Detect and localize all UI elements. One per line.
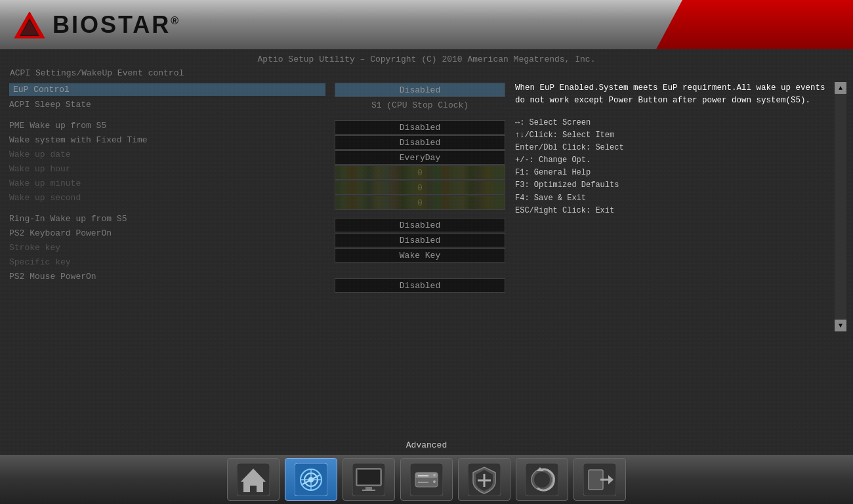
setting-row-wake-hour: Wake up hour <box>7 161 328 176</box>
setting-row-specific-key: Specific key <box>7 255 328 269</box>
nav-icon-advanced[interactable] <box>285 458 337 501</box>
header-red-bar <box>656 0 853 49</box>
help-eup-description: When EuP Enabled.System meets EuP requir… <box>515 83 825 105</box>
label-stroke-key: Stroke key <box>9 243 325 253</box>
svg-rect-22 <box>418 482 428 483</box>
help-panel: ▲ ▼ When EuP Enabled.System meets EuP re… <box>505 82 846 423</box>
content-area: EuP Control ACPI Sleep State PME Wake up… <box>0 82 853 423</box>
title-bar: Aptio Setup Utility – Copyright (C) 2010… <box>0 49 853 67</box>
settings-list: EuP Control ACPI Sleep State PME Wake up… <box>7 82 335 423</box>
label-wake-second: Wake up second <box>9 193 325 203</box>
svg-rect-21 <box>418 475 428 476</box>
label-eup-control: EuP Control <box>9 83 325 96</box>
value-ring-wake[interactable]: Disabled <box>335 218 505 232</box>
value-ps2-kb-text: Disabled <box>400 236 440 245</box>
setting-row-wake-fixed-time[interactable]: Wake system with Fixed Time <box>7 133 328 147</box>
value-wake-date[interactable]: EveryDay <box>335 150 505 165</box>
nav-icon-monitor[interactable] <box>343 458 395 501</box>
key-help-f4: F4: Save & Exit <box>515 192 846 205</box>
value-wake-hour[interactable]: 0 <box>335 165 505 180</box>
logo-brand: BIOSTAR <box>52 11 171 38</box>
setting-row-wake-minute: Wake up minute <box>7 176 328 190</box>
value-eup-control[interactable]: Disabled <box>335 83 505 97</box>
value-specific-key <box>335 263 505 278</box>
biostar-logo-icon <box>13 9 46 41</box>
value-acpi-sleep[interactable]: S1 (CPU Stop Clock) <box>335 98 505 112</box>
label-ring-wake: Ring-In Wake up from S5 <box>9 214 325 224</box>
value-wake-minute-text: 0 <box>417 183 423 193</box>
setting-row-acpi-sleep[interactable]: ACPI Sleep State <box>7 97 328 112</box>
help-text: When EuP Enabled.System meets EuP requir… <box>515 82 846 107</box>
value-wake-fixed-text: Disabled <box>400 138 440 148</box>
value-eup-text: Disabled <box>400 85 440 95</box>
key-help: ↔: Select Screen ↑↓/Click: Select Item E… <box>515 117 846 218</box>
value-spacer-2 <box>335 211 505 217</box>
setting-row-eup-control[interactable]: EuP Control <box>7 82 328 97</box>
advanced-icon <box>295 463 327 496</box>
nav-icon-security[interactable] <box>458 458 510 501</box>
value-pme[interactable]: Disabled <box>335 120 505 135</box>
key-help-esc: ESC/Right Click: Exit <box>515 205 846 217</box>
svg-rect-13 <box>358 470 380 484</box>
svg-point-19 <box>433 474 436 476</box>
values-panel: Disabled S1 (CPU Stop Clock) Disabled Di… <box>335 82 505 423</box>
value-stroke-key[interactable]: Wake Key <box>335 248 505 262</box>
nav-icon-home[interactable] <box>227 458 280 501</box>
value-ps2-mouse-text: Disabled <box>400 281 440 291</box>
key-help-f1: F1: General Help <box>515 167 846 179</box>
setting-row-wake-second: Wake up second <box>7 190 328 205</box>
security-icon <box>468 463 501 496</box>
label-specific-key: Specific key <box>9 257 325 267</box>
key-help-select-screen: ↔: Select Screen <box>515 117 846 129</box>
value-wake-second-text: 0 <box>417 198 423 208</box>
svg-point-28 <box>534 472 550 488</box>
setting-row-wake-date: Wake up date <box>7 147 328 161</box>
setting-row-ring-wake[interactable]: Ring-In Wake up from S5 <box>7 211 328 226</box>
key-help-change: +/-: Change Opt. <box>515 154 846 167</box>
setting-row-stroke-key: Stroke key <box>7 240 328 255</box>
value-wake-hour-text: 0 <box>417 168 423 178</box>
key-help-select-item: ↑↓/Click: Select Item <box>515 129 846 142</box>
spacer-2 <box>7 205 328 211</box>
scrollbar[interactable]: ▲ ▼ <box>835 82 846 331</box>
bottom-nav-label: Advanced <box>406 440 447 450</box>
value-spacer-1 <box>335 113 505 119</box>
bios-main: Aptio Setup Utility – Copyright (C) 2010… <box>0 49 853 455</box>
header: BIOSTAR® <box>0 0 853 49</box>
logo-area: BIOSTAR® <box>0 9 180 41</box>
breadcrumb: ACPI Settings/WakeUp Event control <box>0 67 853 82</box>
app-title: Aptio Setup Utility – Copyright (C) 2010… <box>258 54 596 64</box>
scrollbar-down-button[interactable]: ▼ <box>835 320 846 331</box>
label-pme-wakeup: PME Wake up from S5 <box>9 121 325 131</box>
storage-icon <box>410 463 443 496</box>
exit-icon <box>583 463 616 496</box>
value-stroke-text: Wake Key <box>400 251 440 261</box>
svg-point-20 <box>433 480 436 483</box>
bottom-nav: Advanced <box>0 455 853 504</box>
value-wake-minute[interactable]: 0 <box>335 180 505 195</box>
setting-row-ps2-keyboard[interactable]: PS2 Keyboard PowerOn <box>7 226 328 240</box>
value-ring-text: Disabled <box>400 220 440 230</box>
label-wake-date: Wake up date <box>9 150 325 159</box>
scrollbar-up-button[interactable]: ▲ <box>835 82 846 94</box>
home-icon <box>237 463 270 496</box>
label-ps2-keyboard: PS2 Keyboard PowerOn <box>9 228 325 238</box>
setting-row-pme-wakeup[interactable]: PME Wake up from S5 <box>7 118 328 133</box>
nav-icon-storage[interactable] <box>400 458 453 501</box>
label-wake-minute: Wake up minute <box>9 178 325 188</box>
label-wake-hour: Wake up hour <box>9 164 325 174</box>
spacer-1 <box>7 112 328 118</box>
nav-icon-exit[interactable] <box>573 458 626 501</box>
nav-icon-boot[interactable] <box>516 458 568 501</box>
value-ps2-keyboard[interactable]: Disabled <box>335 233 505 247</box>
label-wake-fixed-time: Wake system with Fixed Time <box>9 135 325 145</box>
logo-reg: ® <box>171 15 180 26</box>
value-wake-fixed[interactable]: Disabled <box>335 135 505 150</box>
value-pme-text: Disabled <box>400 123 440 133</box>
value-wake-second[interactable]: 0 <box>335 196 505 210</box>
svg-rect-15 <box>362 490 375 491</box>
setting-row-ps2-mouse[interactable]: PS2 Mouse PowerOn <box>7 269 328 284</box>
monitor-icon <box>352 463 385 496</box>
value-wake-date-text: EveryDay <box>400 153 440 163</box>
value-ps2-mouse[interactable]: Disabled <box>335 278 505 293</box>
